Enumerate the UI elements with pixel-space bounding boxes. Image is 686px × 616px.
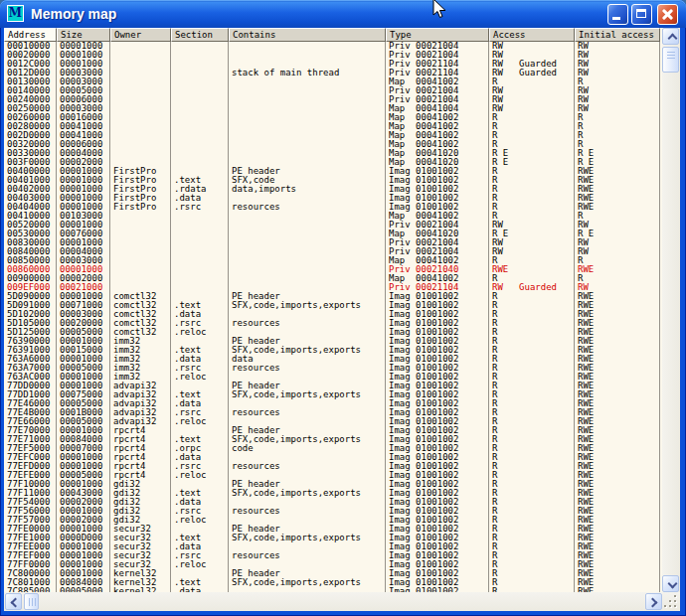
table-row[interactable]: 77F5700000002000gdi32.relocImag 01001002… [4, 516, 662, 525]
table-row[interactable]: 7C80000000001000kernel32PE headerImag 01… [4, 569, 662, 578]
vertical-scrollbar[interactable] [662, 28, 680, 592]
cell-contains: resources [229, 319, 386, 328]
scroll-down-button[interactable] [662, 575, 679, 592]
table-row[interactable]: 002D000000041000Map 00041002RR [4, 131, 662, 140]
table-row[interactable]: 77EFD00000001000rpcrt4.rsrcresourcesImag… [4, 462, 662, 471]
scroll-right-button[interactable] [645, 593, 662, 610]
scroll-left-button[interactable] [5, 593, 22, 610]
table-row[interactable]: 0083000000001000Priv 00021004RWRW [4, 238, 662, 247]
cell-initial-access: R [575, 140, 660, 149]
table-row[interactable]: 0032000000006000Map 00041002RR [4, 140, 662, 149]
table-row[interactable]: 763A600000001000imm32.datadataImag 01001… [4, 355, 662, 364]
table-row[interactable]: 0052000000001000Priv 00021004RWRW [4, 221, 662, 230]
table-row[interactable]: 763A700000005000imm32.rsrcresourcesImag … [4, 364, 662, 373]
column-header-size[interactable]: Size [57, 28, 110, 42]
table-row[interactable]: 0013000000003000Map 00041002RR [4, 77, 662, 86]
close-button[interactable] [657, 4, 678, 25]
table-row[interactable]: 009EF00000021000Priv 00021104RW GuardedR… [4, 283, 662, 292]
column-header-owner[interactable]: Owner [110, 28, 171, 42]
table-row[interactable]: 0084000000004000Priv 00021004RWRW [4, 247, 662, 256]
horizontal-scrollbar[interactable] [4, 592, 680, 611]
table-row[interactable]: 77DD100000075000advapi32.textSFX,code,im… [4, 390, 662, 399]
resize-grip[interactable] [663, 594, 680, 610]
table-row[interactable]: 7C80100000084000kernel32.textSFX,code,im… [4, 578, 662, 587]
table-row[interactable]: 0040300000001000FirstPro.dataImag 010010… [4, 194, 662, 203]
column-header-type[interactable]: Type [386, 28, 489, 42]
table-row[interactable]: 77FF000000001000secur32.relocImag 010010… [4, 560, 662, 569]
table-row[interactable]: 003F000000002000Map 00041020R ER E [4, 158, 662, 167]
table-row[interactable]: 0090000000002000Map 00041002RR [4, 274, 662, 283]
column-header-access[interactable]: Access [489, 28, 575, 42]
table-row[interactable]: 77F5600000001000gdi32.rsrcresourcesImag … [4, 507, 662, 516]
cell-contains [229, 113, 386, 122]
vertical-scroll-thumb[interactable] [662, 47, 679, 73]
column-header-contains[interactable]: Contains [229, 28, 386, 42]
cell-type: Map 00041002 [386, 113, 489, 122]
table-row[interactable]: 0086000000001000Priv 00021040RWERWE [4, 265, 662, 274]
table-row[interactable]: 77EFE00000005000rpcrt4.relocImag 0100100… [4, 471, 662, 480]
cell-type: Priv 00021104 [386, 60, 489, 69]
table-row[interactable]: 77E7100000084000rpcrt4.textSFX,code,impo… [4, 435, 662, 444]
table-row[interactable]: 0085000000003000Map 00041002RR [4, 256, 662, 265]
table-row[interactable]: 77F1000000001000gdi32PE headerImag 01001… [4, 480, 662, 489]
table-row[interactable]: 77E6600000005000advapi32.relocImag 01001… [4, 417, 662, 426]
table-row[interactable]: 77E7000000001000rpcrt4PE headerImag 0100… [4, 426, 662, 435]
table-row[interactable]: 0025000000003000Map 00041004RWRW [4, 104, 662, 113]
table-row[interactable]: 5D09000000001000comctl32PE headerImag 01… [4, 292, 662, 301]
table-row[interactable]: 5D10500000020000comctl32.rsrcresourcesIm… [4, 319, 662, 328]
cell-initial-access: RWE [575, 373, 660, 382]
table-row[interactable]: 77F1100000043000gdi32.textSFX,code,impor… [4, 489, 662, 498]
column-header-initial-access[interactable]: Initial access [575, 28, 660, 42]
cell-address: 7C801000 [4, 578, 57, 587]
cell-access: R [489, 471, 575, 480]
maximize-button[interactable] [631, 4, 652, 25]
minimize-button[interactable] [607, 4, 628, 25]
table-row[interactable]: 77EFC00000001000rpcrt4.dataImag 01001002… [4, 453, 662, 462]
table-row[interactable]: 0040400000001000FirstPro.rsrcresourcesIm… [4, 203, 662, 212]
horizontal-scroll-thumb[interactable] [24, 593, 39, 610]
cell-type: Map 00041002 [386, 140, 489, 149]
scroll-up-button[interactable] [662, 28, 679, 45]
table-row[interactable]: 0033000000004000Map 00041020R ER E [4, 149, 662, 158]
table-row[interactable]: 0040100000001000FirstPro.textSFX,codeIma… [4, 176, 662, 185]
table-row[interactable]: 0041000000103000Map 00041002RR [4, 212, 662, 221]
table-row[interactable]: 77F5400000002000gdi32.dataImag 01001002R… [4, 498, 662, 507]
column-header-address[interactable]: Address [4, 28, 57, 42]
table-row[interactable]: 0001000000001000Priv 00021004RWRW [4, 42, 662, 51]
cell-size: 00006000 [57, 140, 110, 149]
title-bar[interactable]: M Memory map [0, 0, 686, 28]
table-row[interactable]: 0002000000001000Priv 00021004RWRW [4, 51, 662, 60]
table-row[interactable]: 0014000000005000Priv 00021004RWRW [4, 86, 662, 95]
cell-initial-access: RWE [575, 355, 660, 364]
table-row[interactable]: 763AC00000001000imm32.relocImag 01001002… [4, 373, 662, 382]
column-header-section[interactable]: Section [171, 28, 229, 42]
table-row[interactable]: 0040200000001000FirstPro.rdatadata,impor… [4, 185, 662, 194]
table-row[interactable]: 0012C00000001000Priv 00021104RW GuardedR… [4, 60, 662, 69]
grip-dot [669, 600, 671, 602]
cell-access: R [489, 355, 575, 364]
table-row[interactable]: 77E4B0000001B000advapi32.rsrcresourcesIm… [4, 408, 662, 417]
table-row[interactable]: 7639100000015000imm32.textSFX,code,impor… [4, 346, 662, 355]
table-row[interactable]: 0026000000016000Map 00041002RR [4, 113, 662, 122]
cell-initial-access: RWE [575, 453, 660, 462]
table-row[interactable]: 0040000000001000FirstProPE headerImag 01… [4, 167, 662, 176]
cell-contains: stack of main thread [229, 69, 386, 77]
table-row[interactable]: 5D09100000071000comctl32.textSFX,code,im… [4, 301, 662, 310]
table-row[interactable]: 0012D00000003000stack of main threadPriv… [4, 69, 662, 77]
table-row[interactable]: 0024000000006000Priv 00021004RWRW [4, 95, 662, 104]
table-row[interactable]: 77FEF00000001000secur32.rsrcresourcesIma… [4, 551, 662, 560]
table-row[interactable]: 5D10200000003000comctl32.dataImag 010010… [4, 310, 662, 319]
table-row[interactable]: 7639000000001000imm32PE headerImag 01001… [4, 337, 662, 346]
cell-section [171, 265, 229, 274]
table-row[interactable]: 77FE000000001000secur32PE headerImag 010… [4, 525, 662, 534]
table-row[interactable]: 77FE10000000D000secur32.textSFX,code,imp… [4, 534, 662, 542]
table-row[interactable]: 77FEE00000001000secur32.dataImag 0100100… [4, 542, 662, 551]
table-row[interactable]: 5D12500000005000comctl32.relocImag 01001… [4, 328, 662, 337]
cell-address: 00840000 [4, 247, 57, 256]
table-row[interactable]: 77DD000000001000advapi32PE headerImag 01… [4, 382, 662, 390]
table-row[interactable]: 77EF500000007000rpcrt4.orpccodeImag 0100… [4, 444, 662, 453]
cell-initial-access: R E [575, 149, 660, 158]
table-row[interactable]: 77E4600000005000advapi32.dataImag 010010… [4, 399, 662, 408]
table-row[interactable]: 0028000000041000Map 00041002RR [4, 122, 662, 131]
table-row[interactable]: 0053000000076000Map 00041020R ER E [4, 230, 662, 238]
